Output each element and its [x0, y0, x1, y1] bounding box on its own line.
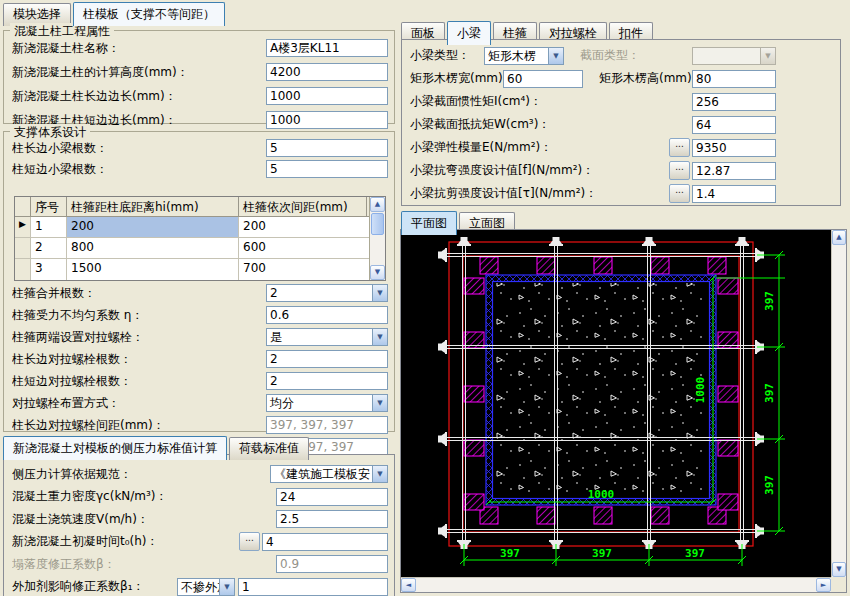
joist-width-input[interactable] — [503, 70, 583, 88]
field-row: 新浇混凝土柱长边边长(mm)： — [4, 85, 394, 107]
col-spacing-header: 柱箍依次间距(mm) — [239, 197, 367, 216]
long-side-input[interactable] — [266, 87, 388, 105]
calc-height-input[interactable] — [266, 63, 388, 81]
row-selector[interactable] — [15, 238, 31, 258]
more-button[interactable]: ... — [239, 532, 260, 551]
more-button[interactable]: ... — [669, 184, 690, 203]
scroll-down-icon[interactable]: ▼ — [832, 562, 846, 577]
density-label: 混凝土重力密度γc(kN/m³)： — [12, 488, 168, 505]
field-row: 小梁截面抵抗矩W(cm³)： — [402, 113, 840, 136]
row-marker-icon: ▶ — [15, 217, 31, 237]
tab-joist[interactable]: 小梁 — [447, 21, 491, 45]
field-row: 小梁类型： 矩形木楞 ▼ 截面类型： ▼ — [402, 44, 840, 67]
initial-set-time-input[interactable] — [262, 533, 388, 551]
scroll-up-icon[interactable]: ▲ — [370, 197, 385, 212]
chevron-down-icon[interactable]: ▼ — [372, 466, 387, 482]
chevron-down-icon[interactable]: ▼ — [548, 48, 563, 64]
group-column-properties: 混凝土柱工程属性 新浇混凝土柱名称： 新浇混凝土柱的计算高度(mm)： 新浇混凝… — [3, 30, 395, 124]
cell-spacing[interactable]: 200 — [239, 217, 367, 237]
row-selector[interactable] — [15, 259, 31, 280]
column-name-input[interactable] — [266, 39, 388, 57]
density-input[interactable] — [276, 488, 388, 506]
elastic-modulus-input[interactable] — [692, 139, 776, 157]
cell-distance[interactable]: 1500 — [67, 259, 239, 280]
select-value — [693, 48, 760, 64]
chevron-down-icon[interactable]: ▼ — [219, 579, 234, 595]
field-row: 新浇混凝土柱的计算高度(mm)： — [4, 61, 394, 83]
chevron-down-icon[interactable]: ▼ — [372, 285, 387, 301]
joist-height-input[interactable] — [692, 70, 776, 88]
bending-strength-label: 小梁抗弯强度设计值[f](N/mm²)： — [410, 162, 594, 179]
select-value: 2 — [267, 285, 372, 301]
shear-strength-input[interactable] — [692, 185, 776, 203]
short-bolt-count-input[interactable] — [266, 372, 388, 390]
cell-index[interactable]: 3 — [31, 259, 67, 280]
chevron-down-icon[interactable]: ▼ — [372, 395, 387, 411]
cell-distance[interactable]: 200 — [67, 217, 239, 237]
tab-plan-view[interactable]: 平面图 — [401, 211, 457, 235]
concrete-hatch — [494, 283, 708, 497]
tie-bolt-ends-select[interactable]: 是 ▼ — [266, 328, 388, 346]
pour-speed-input[interactable] — [276, 510, 388, 528]
dim-right-2: 397 — [763, 383, 776, 403]
col-distance-header: 柱箍距柱底距离hi(mm) — [67, 197, 239, 216]
cell-index[interactable]: 1 — [31, 217, 67, 237]
code-basis-select[interactable]: 《建筑施工模板安 ▼ — [270, 465, 388, 483]
tab-column-formwork[interactable]: 柱模板（支撑不等间距） — [73, 2, 225, 26]
plan-drawing-area[interactable]: 397 397 397 397 397 397 1000 1000 ▲ ▼ ◄ … — [400, 229, 847, 593]
select-value: 是 — [267, 329, 372, 345]
hoop-table-header: 序号 柱箍距柱底距离hi(mm) 柱箍依次间距(mm) — [15, 197, 369, 217]
admixture-factor-input[interactable] — [238, 578, 388, 596]
inertia-input[interactable] — [692, 93, 776, 111]
hoop-merge-label: 柱箍合并根数： — [12, 285, 96, 302]
table-row[interactable]: 3 1500 700 — [15, 259, 369, 280]
field-row: 塌落度修正系数β： — [4, 553, 394, 576]
chevron-down-icon[interactable]: ▼ — [372, 329, 387, 345]
calc-height-label: 新浇混凝土柱的计算高度(mm)： — [12, 64, 189, 81]
cell-distance[interactable]: 800 — [67, 238, 239, 258]
more-button[interactable]: ... — [669, 138, 690, 157]
field-row: 小梁抗剪强度设计值[τ](N/mm²)： ... — [402, 182, 840, 205]
bolt-layout-select[interactable]: 均分 ▼ — [266, 394, 388, 412]
field-row: 矩形木楞宽(mm)： 矩形木楞高(mm)： — [402, 67, 840, 90]
scroll-down-icon[interactable]: ▼ — [370, 265, 385, 280]
admixture-select[interactable]: 不掺外加剂 ▼ — [177, 578, 235, 596]
dim-bottom-3: 397 — [685, 547, 705, 560]
joist-type-select[interactable]: 矩形木楞 ▼ — [484, 47, 564, 65]
scroll-left-icon[interactable]: ◄ — [401, 578, 416, 592]
long-bolt-count-input[interactable] — [266, 350, 388, 368]
slump-factor-input — [276, 555, 388, 573]
scroll-right-icon[interactable]: ► — [816, 578, 831, 592]
long-beam-count-input[interactable] — [266, 139, 388, 157]
section-modulus-input[interactable] — [692, 116, 776, 134]
short-beam-count-input[interactable] — [266, 160, 388, 178]
scroll-thumb[interactable] — [371, 213, 384, 235]
tab-lateral-pressure[interactable]: 新浇混凝土对模板的侧压力标准值计算 — [3, 436, 227, 460]
table-row[interactable]: 2 800 600 — [15, 238, 369, 259]
cell-index[interactable]: 2 — [31, 238, 67, 258]
table-scrollbar[interactable]: ▲ ▼ — [369, 197, 385, 280]
tab-load-standard[interactable]: 荷载标准值 — [229, 437, 309, 460]
hoop-merge-select[interactable]: 2 ▼ — [266, 284, 388, 302]
pour-speed-label: 混凝土浇筑速度V(m/h)： — [12, 511, 149, 528]
slump-factor-label: 塌落度修正系数β： — [12, 556, 116, 573]
drawing-vscrollbar[interactable]: ▲ ▼ — [831, 230, 846, 577]
scrollbar-corner — [831, 577, 846, 592]
short-side-input[interactable] — [266, 111, 388, 129]
scroll-up-icon[interactable]: ▲ — [832, 230, 846, 245]
field-row: 混凝土重力密度γc(kN/m³)： — [4, 486, 394, 509]
field-row: 混凝土浇筑速度V(m/h)： — [4, 508, 394, 531]
cell-spacing[interactable]: 600 — [239, 238, 367, 258]
field-row: 柱短边小梁根数： — [4, 158, 394, 180]
short-bolt-count-label: 柱短边对拉螺栓根数： — [12, 373, 132, 390]
cell-spacing[interactable]: 700 — [239, 259, 367, 280]
admixture-factor-label: 外加剂影响修正系数β₁： — [12, 578, 144, 595]
drawing-hscrollbar[interactable]: ◄ ► — [401, 577, 831, 592]
table-row[interactable]: ▶ 1 200 200 — [15, 217, 369, 238]
more-button[interactable]: ... — [669, 161, 690, 180]
group-support-design: 支撑体系设计 柱长边小梁根数： 柱短边小梁根数： 序号 柱箍距柱底距离hi(mm… — [3, 131, 395, 432]
uneven-factor-input[interactable] — [266, 306, 388, 324]
field-row: 小梁弹性模量E(N/mm²)： ... — [402, 136, 840, 159]
chevron-down-icon: ▼ — [760, 48, 775, 64]
bending-strength-input[interactable] — [692, 162, 776, 180]
